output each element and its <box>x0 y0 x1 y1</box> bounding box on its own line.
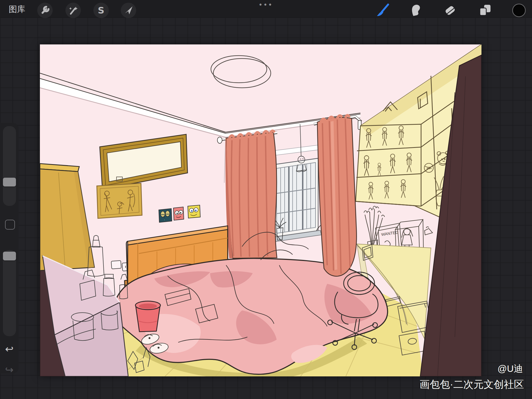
paint-brush-icon <box>376 3 390 18</box>
brush-button[interactable] <box>375 2 391 19</box>
red-bucket <box>135 301 160 332</box>
brush-opacity-slider[interactable] <box>3 250 16 336</box>
brush-opacity-handle[interactable] <box>3 252 16 260</box>
brush-size-handle[interactable] <box>3 178 16 186</box>
redo-button[interactable]: ↪ <box>0 364 19 376</box>
right-curtain <box>317 115 356 276</box>
layers-icon <box>478 3 492 18</box>
bedroom-illustration: WANTED <box>40 44 481 376</box>
community-watermark: 画包包·二次元文创社区 <box>419 378 524 391</box>
color-swatch-icon <box>512 3 526 18</box>
drawing-canvas[interactable]: WANTED <box>40 44 481 376</box>
canvas-options-button[interactable]: ••• <box>253 1 280 9</box>
transform-arrow-icon <box>123 5 134 15</box>
selection-button[interactable]: S <box>93 3 109 18</box>
adjustments-button[interactable] <box>65 3 81 18</box>
gallery-button[interactable]: 图库 <box>9 4 25 15</box>
svg-text:S: S <box>98 5 105 15</box>
modify-button[interactable] <box>5 220 15 230</box>
top-toolbar: 图库 S ••• <box>0 0 532 18</box>
brush-sidebar: ↩ ↪ <box>0 123 19 373</box>
selection-s-icon: S <box>96 5 106 15</box>
wrench-icon <box>40 6 50 15</box>
transform-button[interactable] <box>121 3 136 18</box>
smudge-button[interactable] <box>408 2 424 19</box>
color-button[interactable] <box>511 2 527 19</box>
layers-button[interactable] <box>477 2 493 19</box>
undo-button[interactable]: ↩ <box>0 343 19 355</box>
magic-wand-icon <box>68 5 78 15</box>
artist-watermark: @U迪 <box>497 363 523 375</box>
brush-size-slider[interactable] <box>3 126 16 206</box>
smudge-finger-icon <box>409 3 423 18</box>
actions-button[interactable] <box>37 3 53 18</box>
eraser-icon <box>443 3 457 18</box>
eraser-button[interactable] <box>442 2 458 19</box>
